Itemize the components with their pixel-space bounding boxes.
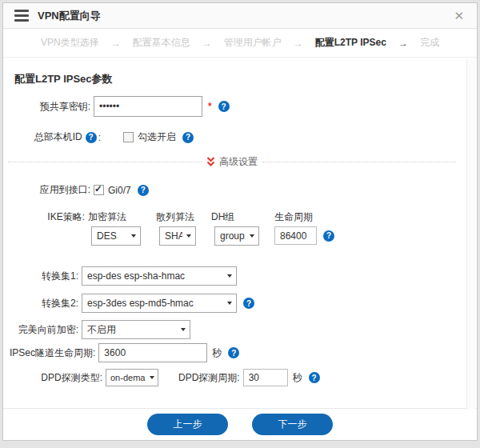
dpd-type-select[interactable]: on-demand — [106, 369, 158, 386]
ike-hash-select[interactable]: SHA — [159, 226, 196, 246]
dpd-type-label: DPD探测类型: — [14, 371, 102, 385]
dpd-type-value: on-demand — [110, 373, 146, 382]
dropdown-arrow-icon — [131, 234, 136, 238]
ipsec-lifetime-help-icon[interactable]: ? — [228, 347, 239, 358]
ike-encryption-select[interactable]: DES — [91, 226, 141, 246]
dropdown-arrow-icon — [181, 328, 186, 331]
interface-checkbox[interactable] — [94, 185, 104, 195]
pfs-label: 完美向前加密: — [14, 323, 78, 337]
ike-dh-select[interactable]: group1 — [214, 226, 259, 246]
wizard-steps: VPN类型选择 → 配置基本信息 → 管理用户帐户 → 配置L2TP IPSec… — [3, 29, 477, 58]
local-id-help-icon[interactable]: ? — [86, 132, 97, 143]
transform1-label: 转换集1: — [14, 270, 78, 283]
local-id-checkbox[interactable] — [123, 132, 134, 142]
local-id-label-group: 总部本机ID ? : — [14, 130, 101, 144]
ike-policy-label: IKE策略: — [14, 210, 85, 223]
ike-encryption-group: 加密算法 DES — [88, 210, 141, 246]
divider-line — [8, 162, 202, 162]
transform1-select[interactable]: esp-des esp-sha-hmac — [82, 266, 237, 286]
transform2-label: 转换集2: — [14, 297, 78, 310]
psk-input[interactable] — [94, 96, 202, 117]
ipsec-lifetime-label: IPSec隧道生命周期: — [10, 346, 95, 360]
step-arrow-icon: → — [398, 38, 408, 49]
dialog-header: VPN配置向导 ✕ — [3, 3, 477, 29]
dpd-interval-help-icon[interactable]: ? — [309, 372, 320, 383]
transform2-select[interactable]: esp-3des esp-md5-hmac — [82, 294, 237, 313]
prev-button[interactable]: 上一步 — [147, 414, 228, 435]
next-button[interactable]: 下一步 — [252, 414, 333, 435]
section-title: 配置L2TP IPSec参数 — [14, 72, 456, 86]
step-user-account: 管理用户帐户 — [224, 36, 282, 50]
ike-encryption-value: DES — [97, 230, 117, 242]
ike-lifetime-label: 生命周期 — [274, 210, 334, 223]
dropdown-arrow-icon — [250, 234, 254, 238]
dialog-title: VPN配置向导 — [38, 9, 101, 23]
ike-policy-row: IKE策略: 加密算法 DES 散列算法 SHA DH组 group1 — [14, 210, 456, 246]
dropdown-arrow-icon — [227, 302, 232, 305]
local-id-colon: : — [98, 132, 101, 143]
footer: 上一步 下一步 — [3, 408, 477, 440]
ike-lifetime-input[interactable] — [274, 226, 317, 245]
ike-hash-value: SHA — [165, 230, 182, 242]
local-id-enable-help-icon[interactable]: ? — [182, 132, 194, 143]
local-id-label: 总部本机ID — [34, 130, 82, 144]
interface-row: 应用到接口: Gi0/7 ? — [14, 183, 456, 197]
psk-label: 预共享密钥: — [14, 100, 90, 114]
divider-line — [262, 162, 456, 162]
advanced-settings-label: 高级设置 — [219, 155, 258, 169]
ike-lifetime-group: 生命周期 ? — [274, 210, 334, 245]
transform1-value: esp-des esp-sha-hmac — [87, 270, 185, 282]
interface-help-icon[interactable]: ? — [138, 185, 149, 196]
ike-hash-label: 散列算法 — [156, 210, 196, 223]
dpd-interval-unit: 秒 — [293, 371, 302, 385]
scrollbar-track[interactable] — [466, 59, 476, 410]
interface-label: 应用到接口: — [14, 183, 90, 197]
local-id-checkbox-label: 勾选开启 — [138, 130, 176, 144]
dpd-interval-label: DPD探测周期: — [178, 371, 240, 385]
form-content: 配置L2TP IPSec参数 预共享密钥: * ? 总部本机ID ? : 勾选开… — [3, 58, 477, 408]
ike-dh-label: DH组 — [211, 210, 259, 223]
close-icon[interactable]: ✕ — [454, 10, 464, 22]
chevron-double-down-icon — [206, 157, 215, 167]
local-id-row: 总部本机ID ? : 勾选开启 ? — [14, 130, 456, 144]
step-arrow-icon: → — [202, 38, 212, 49]
advanced-divider: 高级设置 — [8, 157, 456, 167]
transform2-row: 转换集2: esp-3des esp-md5-hmac ? — [14, 294, 456, 313]
step-finish: 完成 — [420, 36, 439, 50]
required-mark: * — [208, 101, 212, 112]
psk-help-icon[interactable]: ? — [218, 101, 230, 112]
ipsec-lifetime-unit: 秒 — [212, 346, 222, 360]
advanced-settings-toggle[interactable]: 高级设置 — [206, 155, 258, 169]
ipsec-lifetime-row: IPSec隧道生命周期: 秒 ? — [10, 343, 456, 362]
step-arrow-icon: → — [294, 38, 303, 49]
step-basic-info: 配置基本信息 — [133, 36, 190, 50]
ike-dh-group: DH组 group1 — [211, 210, 259, 246]
psk-row: 预共享密钥: * ? — [14, 96, 456, 117]
pfs-row: 完美向前加密: 不启用 — [14, 320, 456, 339]
dpd-interval-input[interactable] — [243, 369, 288, 386]
transform2-value: esp-3des esp-md5-hmac — [87, 298, 194, 309]
pfs-value: 不启用 — [87, 323, 116, 337]
pfs-select[interactable]: 不启用 — [82, 320, 190, 339]
step-arrow-icon: → — [111, 38, 121, 49]
dropdown-arrow-icon — [227, 274, 232, 278]
dpd-row: DPD探测类型: on-demand DPD探测周期: 秒 ? — [14, 369, 456, 386]
transform1-row: 转换集1: esp-des esp-sha-hmac — [14, 266, 456, 286]
ipsec-lifetime-input[interactable] — [98, 343, 207, 362]
ike-lifetime-help-icon[interactable]: ? — [323, 230, 334, 242]
step-vpn-type: VPN类型选择 — [41, 36, 99, 50]
transform2-help-icon[interactable]: ? — [243, 298, 254, 309]
dropdown-arrow-icon — [186, 234, 191, 238]
ike-encryption-label: 加密算法 — [88, 210, 141, 223]
menu-icon[interactable] — [14, 10, 29, 22]
ike-dh-value: group1 — [220, 230, 246, 242]
vpn-wizard-dialog: VPN配置向导 ✕ VPN类型选择 → 配置基本信息 → 管理用户帐户 → 配置… — [2, 2, 478, 441]
interface-checkbox-label: Gi0/7 — [108, 185, 131, 196]
dropdown-arrow-icon — [150, 376, 154, 379]
ike-hash-group: 散列算法 SHA — [156, 210, 196, 246]
step-l2tp-ipsec: 配置L2TP IPSec — [315, 36, 386, 50]
